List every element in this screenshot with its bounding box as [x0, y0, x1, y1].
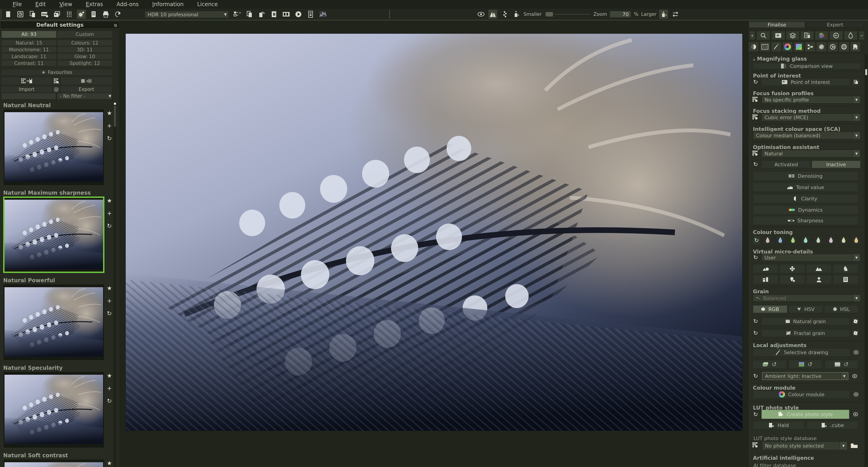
export-icon[interactable] — [114, 10, 123, 19]
comparison-checkbox-icon[interactable] — [781, 63, 786, 69]
print-icon[interactable] — [101, 10, 110, 19]
reset-toning-icon[interactable]: ↻ — [752, 236, 761, 245]
grain-mode-rgb[interactable]: RGB — [753, 305, 787, 313]
scrollbar-top-handle[interactable] — [114, 103, 116, 105]
toggle-clarity[interactable]: Clarity — [753, 194, 858, 203]
collapse-arrow-icon[interactable]: ↓ — [753, 58, 755, 61]
comparison-window-icon[interactable] — [772, 31, 785, 40]
book-document-icon[interactable]: B — [270, 10, 278, 19]
reset-ambient-icon[interactable]: ↻ — [752, 372, 759, 379]
zoom-fit-smaller-icon[interactable] — [512, 10, 521, 19]
toning-droplet-2[interactable] — [776, 235, 785, 245]
refresh-preset-icon[interactable]: ↻ — [107, 310, 112, 317]
preset-search-input[interactable] — [3, 93, 59, 99]
grain-preset-dropdown[interactable]: Balanced ▼ — [753, 294, 861, 302]
toning-droplet-3[interactable] — [788, 235, 798, 245]
ambient-visibility-icon[interactable] — [851, 373, 858, 380]
category-monochrome[interactable]: Monochrome: 11 — [1, 47, 57, 53]
toning-droplet-6[interactable] — [826, 235, 836, 245]
category-landscape[interactable]: Landscape: 11 — [1, 53, 57, 59]
preset-thumbnail[interactable] — [3, 284, 104, 360]
favourite-star-icon[interactable]: ★ — [107, 460, 112, 466]
reset-lut-icon[interactable]: ↻ — [752, 411, 759, 418]
create-photo-style-button[interactable]: Create photo style — [762, 410, 849, 419]
new-document-icon[interactable] — [4, 10, 13, 19]
lut-grid-icon[interactable] — [752, 441, 759, 449]
project-settings-icon[interactable] — [28, 10, 37, 19]
toning-droplet-5[interactable] — [813, 235, 823, 245]
toggle-denoising[interactable]: Denoising — [753, 171, 858, 180]
contrast-tool-icon[interactable] — [748, 42, 759, 52]
export-cube-button[interactable]: .cube — [807, 421, 858, 429]
mask-grey-button[interactable]: ↺ — [825, 360, 858, 369]
globe-icon[interactable] — [839, 42, 849, 52]
toning-droplet-7[interactable] — [839, 235, 848, 245]
fractal-grain-dice-icon[interactable] — [852, 329, 859, 337]
toolbar-drag-handle[interactable] — [1, 10, 1, 19]
batch-processing-icon[interactable] — [233, 10, 242, 19]
droplet-tool-icon[interactable] — [844, 31, 857, 40]
rotate-view-icon[interactable] — [671, 10, 680, 19]
favourite-star-icon[interactable]: ★ — [107, 373, 112, 379]
menu-edit[interactable]: Edit — [35, 1, 46, 7]
point-of-interest-button[interactable]: Point of interest — [762, 78, 850, 86]
micro-detail-document-button[interactable] — [833, 275, 858, 284]
aperture-icon[interactable] — [828, 42, 838, 52]
menu-extras[interactable]: Extras — [86, 1, 103, 7]
add-preset-icon[interactable]: + — [107, 385, 112, 391]
category-colours[interactable]: Colours: 12 — [57, 40, 112, 46]
reset-poi-icon[interactable]: ↻ — [752, 78, 759, 86]
micro-detail-buildings-button[interactable] — [753, 275, 778, 284]
profiles-icon[interactable] — [800, 31, 814, 40]
rgb-channels-icon[interactable] — [815, 31, 829, 40]
filmstrip-icon[interactable] — [282, 10, 291, 19]
preset-list-scrollbar[interactable] — [114, 102, 116, 467]
rotate-document-icon[interactable] — [257, 10, 266, 19]
selective-drawing-button[interactable]: Selective drawing — [753, 348, 850, 356]
menu-view[interactable]: View — [59, 1, 72, 7]
inactive-button[interactable]: Inactive — [812, 160, 861, 168]
menu-file[interactable]: File — [13, 1, 22, 7]
ambient-light-dropdown[interactable]: Ambient light: Inactive ▼ — [762, 372, 848, 380]
toning-droplet-4[interactable] — [801, 235, 810, 245]
selective-brush-icon[interactable] — [771, 42, 781, 52]
colour-module-button[interactable]: Colour module — [753, 390, 850, 399]
zoom-slider[interactable] — [544, 13, 591, 15]
dropdown-arrow-icon[interactable]: ▼ — [839, 442, 847, 450]
toggle-tonal-value[interactable]: Tonal value — [753, 183, 858, 192]
category-3d[interactable]: 3D: 11 — [57, 47, 112, 53]
tools-panel-scrollbar[interactable] — [865, 54, 868, 467]
dropdown-arrow-icon[interactable]: ▼ — [852, 132, 860, 139]
toggle-dynamics[interactable]: Dynamics — [753, 205, 858, 214]
refresh-preset-icon[interactable]: ↻ — [107, 135, 112, 142]
magnifier-tool-icon[interactable] — [756, 31, 770, 40]
export-hald-button[interactable]: Hald — [753, 421, 804, 429]
lut-card-icon[interactable] — [850, 42, 861, 52]
micro-details-dropdown[interactable]: User ▼ — [762, 254, 861, 261]
brush-set-icon[interactable] — [65, 10, 74, 19]
tab-finalise[interactable]: Finalise — [749, 22, 805, 28]
profile-grid-icon[interactable] — [752, 96, 759, 103]
menu-licence[interactable]: Licence — [197, 1, 218, 7]
category-all[interactable]: All: 93 — [1, 31, 57, 38]
micro-detail-flower-button[interactable] — [780, 264, 805, 273]
micro-detail-mountains-button[interactable] — [806, 264, 832, 273]
preset-thumbnail[interactable] — [3, 109, 104, 185]
dropdown-arrow-icon[interactable]: ▼ — [852, 295, 860, 301]
import-button[interactable]: Import — [1, 86, 52, 93]
category-natural[interactable]: Natural: 15 — [1, 40, 57, 46]
copy-document-icon[interactable] — [245, 10, 254, 19]
micro-detail-light-button[interactable] — [780, 275, 805, 284]
reset-fractal-grain-icon[interactable]: ↻ — [752, 329, 759, 337]
micro-detail-horse-button[interactable]: ♞ — [833, 264, 858, 273]
copy-poi-icon[interactable] — [852, 79, 860, 86]
zoom-fit-larger-icon[interactable] — [659, 10, 668, 19]
reset-natural-grain-icon[interactable]: ↻ — [752, 318, 759, 325]
palette-brush-icon[interactable] — [816, 42, 827, 52]
assistant-grid-icon[interactable] — [752, 150, 759, 157]
add-preset-icon[interactable]: + — [107, 210, 112, 216]
reset-assistant-icon[interactable]: ↻ — [752, 160, 759, 168]
mask-landscape-button[interactable]: ↺ — [789, 360, 822, 369]
add-preset-icon[interactable]: + — [107, 298, 112, 304]
activated-button[interactable]: Activated — [762, 160, 811, 168]
